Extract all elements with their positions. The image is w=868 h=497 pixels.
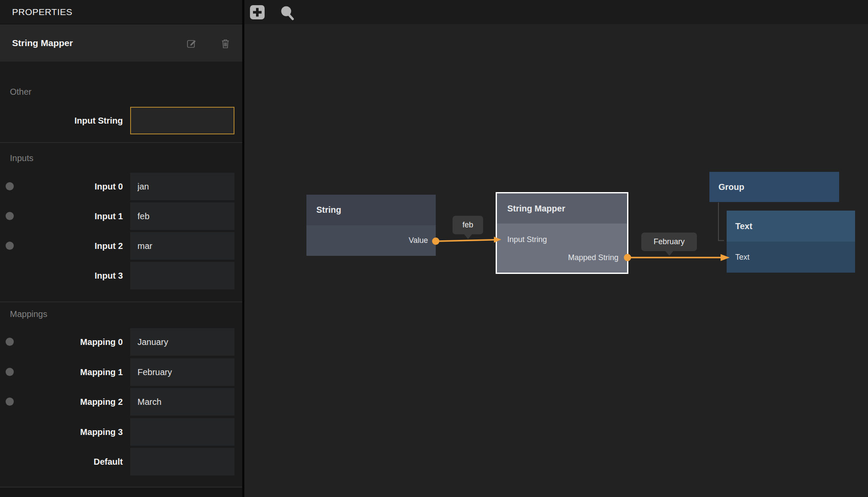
selected-node-name: String Mapper [12, 25, 73, 62]
node-group[interactable]: Group [709, 172, 839, 202]
search-button[interactable] [277, 3, 294, 21]
property-row: Input String [0, 107, 242, 134]
wire-value-label: February [653, 237, 684, 246]
port-connection-dot[interactable] [6, 368, 14, 376]
input-3-field[interactable] [130, 262, 234, 289]
input-2-field[interactable] [130, 232, 234, 260]
port-connection-dot[interactable] [6, 338, 14, 346]
edit-icon [186, 38, 197, 49]
port-connection-dot[interactable] [6, 242, 14, 250]
field-label: Input String [75, 107, 123, 134]
delete-button[interactable] [219, 37, 231, 50]
property-row: Input 0 [0, 173, 242, 200]
field-label: Mapping 3 [80, 418, 123, 446]
default-field[interactable] [130, 448, 234, 475]
canvas-toolbar [244, 0, 868, 24]
node-body: Value [306, 225, 436, 256]
section-title-inputs: Inputs [10, 153, 33, 163]
property-row: Mapping 1 [0, 358, 242, 386]
output-port-mapped-string[interactable]: Mapped String [568, 253, 618, 262]
node-string[interactable]: String Value [306, 195, 436, 256]
node-text[interactable]: Text Text [727, 211, 855, 273]
input-string-field[interactable] [130, 107, 234, 134]
port-connection-dot[interactable] [6, 182, 14, 190]
properties-panel: PROPERTIES String Mapper Other Input Str… [0, 0, 242, 497]
add-node-button[interactable] [247, 3, 265, 21]
node-header: String Mapper [497, 193, 627, 224]
node-header: String [306, 195, 436, 225]
port-connection-dot[interactable] [6, 398, 14, 406]
node-title: Text [735, 221, 752, 231]
field-label: Input 3 [94, 262, 123, 289]
property-row: Input 2 [0, 232, 242, 260]
node-body: Text [727, 242, 855, 273]
field-label: Input 1 [94, 202, 123, 230]
input-0-field[interactable] [130, 173, 234, 200]
input-port-text[interactable]: Text [735, 253, 749, 262]
input-1-field[interactable] [130, 202, 234, 230]
node-body: Input String Mapped String [497, 224, 627, 273]
wire-value-tooltip: feb [453, 216, 483, 234]
trash-icon [220, 38, 231, 49]
mapping-0-field[interactable] [130, 328, 234, 356]
property-row: Input 1 [0, 202, 242, 230]
node-title: Group [718, 182, 744, 192]
field-label: Mapping 2 [80, 388, 123, 416]
section-title-mappings: Mappings [10, 309, 47, 319]
node-title: String [316, 205, 341, 215]
wire-value-label: feb [462, 221, 473, 230]
property-row: Default [0, 448, 242, 475]
panel-header: PROPERTIES [0, 0, 242, 24]
field-label: Default [94, 448, 123, 475]
property-row: Mapping 2 [0, 388, 242, 416]
selected-node-row: String Mapper [0, 25, 242, 62]
node-string-mapper[interactable]: String Mapper Input String Mapped String [496, 192, 628, 274]
wire-value-tooltip: February [641, 233, 697, 251]
panel-bottom-section [0, 488, 242, 497]
add-node-icon [247, 3, 265, 21]
section-title-other: Other [10, 87, 31, 97]
field-label: Input 0 [94, 173, 123, 200]
section-divider [0, 142, 242, 143]
edit-button[interactable] [185, 37, 197, 50]
field-label: Mapping 0 [80, 328, 123, 356]
panel-title: PROPERTIES [12, 7, 72, 17]
property-row: Mapping 3 [0, 418, 242, 446]
input-port-input-string[interactable]: Input String [507, 235, 547, 244]
node-header: Text [727, 211, 855, 242]
field-label: Mapping 1 [80, 358, 123, 386]
mapping-3-field[interactable] [130, 418, 234, 446]
node-title: String Mapper [507, 204, 565, 214]
property-row: Input 3 [0, 262, 242, 289]
search-icon [277, 3, 294, 21]
port-connection-dot[interactable] [6, 212, 14, 220]
property-row: Mapping 0 [0, 328, 242, 356]
mapping-2-field[interactable] [130, 388, 234, 416]
mapping-1-field[interactable] [130, 358, 234, 386]
output-port-value[interactable]: Value [409, 236, 428, 245]
field-label: Input 2 [94, 232, 123, 260]
section-divider [0, 301, 242, 302]
